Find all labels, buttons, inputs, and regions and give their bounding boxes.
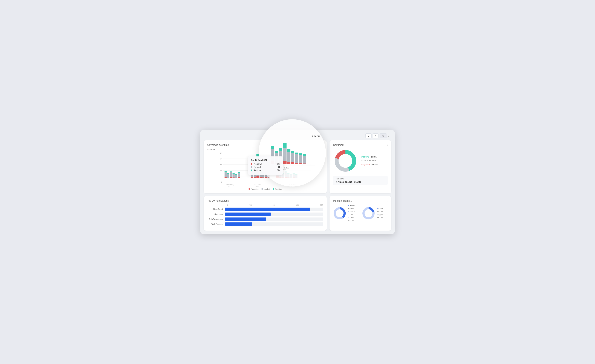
mention-article-value: 59.73% xyxy=(348,220,354,222)
svg-text:3k: 3k xyxy=(220,164,222,166)
svg-rect-19 xyxy=(230,171,232,172)
mention-legend-headline: ● Headli... 39.90% xyxy=(348,204,359,210)
sentiment-download-btn[interactable]: ↓ xyxy=(387,143,388,146)
toolbar: D # +/- ↓ xyxy=(204,133,391,138)
svg-rect-27 xyxy=(238,173,240,177)
tooltip-date: Tue 14 Sep 2021 xyxy=(251,159,280,161)
bar-dailyadvent-label: DailyAdvent.com xyxy=(207,218,225,220)
mention-legend-lead: ● Lead p... 0.37% xyxy=(348,210,359,216)
bar-techregister-fill xyxy=(225,222,252,226)
tooltip-negative-label: Negative xyxy=(254,163,275,165)
bar-newsbreak: NewsBreak xyxy=(207,207,323,211)
svg-rect-22 xyxy=(233,173,235,174)
svg-rect-44 xyxy=(265,177,267,178)
mention-donut-1: ● Headli... 39.90% ● Lead p... 0.37% ● A… xyxy=(333,204,359,222)
mention-charts-row: ● Headli... 39.90% ● Lead p... 0.37% ● A… xyxy=(333,204,388,222)
sentiment-tooltip-value: Article count 11301 xyxy=(335,180,385,183)
sentiment-neutral-value: 35.43% xyxy=(369,159,376,162)
legend-neutral-dot xyxy=(262,188,263,190)
mention-legend-1: ● Headli... 39.90% ● Lead p... 0.37% ● A… xyxy=(348,204,359,222)
sentiment-positive-row: Positive 43.89% xyxy=(361,155,377,159)
sentiment-negative-value: 20.68% xyxy=(370,163,378,166)
svg-point-90 xyxy=(365,209,372,217)
bar-dailyadvent: DailyAdvent.com xyxy=(207,217,323,221)
svg-rect-13 xyxy=(225,171,227,172)
top-publications-title: Top 20 Publications xyxy=(207,199,323,202)
sentiment-negative-label: Negative xyxy=(361,163,370,166)
legend-negative: Negative xyxy=(248,188,258,190)
svg-rect-59 xyxy=(285,177,287,178)
svg-rect-23 xyxy=(235,178,237,178)
mention-title: Mention positio... xyxy=(333,200,352,202)
tooltip-negative-value: 844 xyxy=(277,163,280,165)
tooltip-negative-row: Negative 844 xyxy=(251,163,280,165)
sentiment-negative-row: Negative 20.68% xyxy=(361,163,377,167)
svg-rect-73 xyxy=(295,174,298,175)
sentiment-title: Sentiment xyxy=(333,143,388,146)
btn-plusminus[interactable]: +/- xyxy=(380,133,387,138)
svg-point-87 xyxy=(336,209,343,217)
bar-newsbreak-label: NewsBreak xyxy=(207,208,225,210)
sentiment-tooltip-sublabel: Article count xyxy=(335,180,352,183)
svg-rect-60 xyxy=(285,172,287,177)
axis-0: 0 xyxy=(227,204,228,206)
sentiment-neutral-label: Neutral xyxy=(361,159,368,162)
svg-rect-14 xyxy=(227,178,229,178)
tooltip-positive-label: Positive xyxy=(254,169,275,172)
svg-rect-50 xyxy=(276,176,279,178)
svg-rect-29 xyxy=(251,177,253,178)
tooltip-positive-row: Positive 574 xyxy=(251,169,280,172)
svg-rect-64 xyxy=(287,173,290,174)
svg-rect-62 xyxy=(287,178,290,178)
mention-card: Mention positio... ↓ ● xyxy=(330,196,391,231)
sentiment-neutral-row: Neutral 35.43% xyxy=(361,159,377,163)
mention-legend-facebook: ● Faceb... 21.23% xyxy=(377,207,388,213)
tooltip-positive-value: 574 xyxy=(277,169,280,172)
publications-bars: NewsBreak Sohu.com DailyAdvent.com xyxy=(207,207,323,226)
legend-negative-dot xyxy=(248,188,250,190)
sentiment-donut-container: Positive 43.89% Neutral 35.43% Negative … xyxy=(333,149,388,173)
svg-rect-28 xyxy=(238,172,240,173)
legend-positive-dot xyxy=(273,188,274,190)
toolbar-download-arrow[interactable]: ↓ xyxy=(388,134,390,137)
bar-newsbreak-track xyxy=(225,207,323,211)
bar-techregister-label: Tech Register xyxy=(207,223,225,225)
top-publications-card: Top 20 Publications ↓ 0 200 400 600 800 … xyxy=(204,196,327,231)
bar-dailyadvent-fill xyxy=(225,217,266,221)
mention-facebook-value: 21.23% xyxy=(377,211,383,213)
svg-rect-72 xyxy=(295,175,298,178)
mention-download-btn[interactable]: ↓ xyxy=(386,199,388,202)
bar-sohu-label: Sohu.com xyxy=(207,213,225,215)
btn-hash[interactable]: # xyxy=(373,133,378,138)
svg-rect-65 xyxy=(290,178,292,178)
top-publications-download-btn[interactable]: ↓ xyxy=(322,199,324,202)
svg-rect-17 xyxy=(230,177,232,178)
svg-rect-71 xyxy=(295,178,298,178)
svg-rect-68 xyxy=(293,178,295,178)
bar-techregister-track xyxy=(225,222,323,226)
svg-rect-70 xyxy=(293,173,295,174)
tooltip-positive-color xyxy=(251,170,252,171)
mention-facebook-label: Faceb... xyxy=(378,208,385,210)
mention-donut-2: ● Faceb... 21.23% ● Apple 78.77% xyxy=(362,204,388,222)
svg-text:2021: 2021 xyxy=(255,185,259,186)
publications-axis: 0 200 400 600 800 xyxy=(227,204,323,206)
coverage-legend: Negative Neutral Positive xyxy=(207,188,323,190)
svg-rect-67 xyxy=(290,174,292,174)
svg-rect-61 xyxy=(285,171,287,172)
tooltip-neutral-color xyxy=(251,166,252,168)
svg-rect-11 xyxy=(225,177,227,178)
coverage-tooltip: Tue 14 Sep 2021 Negative 844 Neutral 2k … xyxy=(248,157,283,175)
svg-rect-32 xyxy=(254,177,256,178)
svg-rect-16 xyxy=(227,173,229,174)
sentiment-legend: Positive 43.89% Neutral 35.43% Negative … xyxy=(361,155,377,167)
svg-rect-26 xyxy=(238,177,240,178)
btn-d[interactable]: D xyxy=(365,133,372,138)
coverage-card: Coverage over time VOLUME 6k 5k 3k 2k 0 xyxy=(204,140,327,193)
bar-techregister: Tech Register xyxy=(207,222,323,226)
mention-legend-article: ● Article ... 59.73% xyxy=(348,216,359,222)
axis-400: 400 xyxy=(273,204,276,206)
mention-donut-svg-2 xyxy=(362,204,375,222)
svg-text:0: 0 xyxy=(221,181,222,183)
svg-text:2021: 2021 xyxy=(228,185,232,186)
